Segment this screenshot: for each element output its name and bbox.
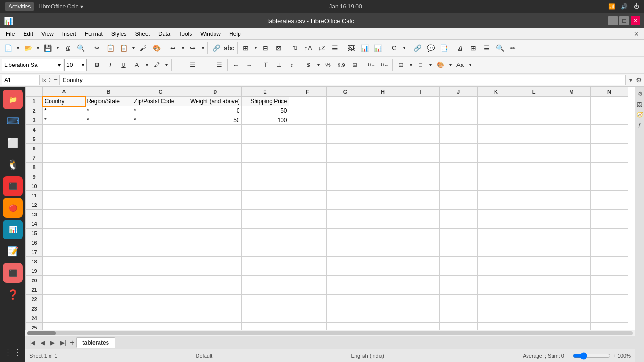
- sidebar-settings-icon[interactable]: ⚙: [636, 76, 642, 84]
- cell-F1[interactable]: [289, 97, 326, 106]
- row-header-4[interactable]: 4: [26, 125, 43, 134]
- cell-K10[interactable]: [477, 181, 515, 191]
- sort-button[interactable]: ⇅: [289, 42, 301, 54]
- cell-M9[interactable]: [553, 172, 590, 181]
- col-header-L[interactable]: L: [515, 87, 553, 97]
- cell-D2[interactable]: 0: [189, 106, 242, 115]
- cell-K4[interactable]: [477, 125, 515, 134]
- cell-N18[interactable]: [590, 257, 628, 266]
- cell-N24[interactable]: [590, 313, 628, 323]
- italic-button[interactable]: I: [104, 59, 116, 71]
- formula-expand-button[interactable]: ▾: [629, 77, 632, 83]
- cell-C19[interactable]: [132, 266, 189, 276]
- col-header-K[interactable]: K: [477, 87, 515, 97]
- cell-L1[interactable]: [515, 97, 553, 106]
- cell-E20[interactable]: [241, 276, 289, 285]
- sort-asc-button[interactable]: ↑A: [302, 42, 314, 54]
- cell-F5[interactable]: [289, 134, 326, 144]
- cell-J19[interactable]: [439, 266, 477, 276]
- cell-K12[interactable]: [477, 200, 515, 210]
- cell-G4[interactable]: [326, 125, 364, 134]
- cell-L5[interactable]: [515, 134, 553, 144]
- cell-I10[interactable]: [402, 181, 439, 191]
- cell-reference-input[interactable]: [2, 75, 40, 85]
- cell-F17[interactable]: [289, 247, 326, 257]
- cell-M2[interactable]: [553, 106, 590, 115]
- cell-C16[interactable]: [132, 238, 189, 247]
- cell-K8[interactable]: [477, 163, 515, 172]
- cell-B3[interactable]: *: [85, 115, 132, 125]
- cell-N19[interactable]: [590, 266, 628, 276]
- scrollbar-horizontal[interactable]: [25, 330, 635, 336]
- save-button[interactable]: 💾: [41, 42, 54, 54]
- dock-text-icon[interactable]: 📝: [3, 241, 23, 261]
- col-break-button[interactable]: ⊞: [467, 42, 479, 54]
- cell-L14[interactable]: [515, 219, 553, 229]
- open-button[interactable]: 📂: [22, 42, 34, 54]
- cell-K16[interactable]: [477, 238, 515, 247]
- cell-G20[interactable]: [326, 276, 364, 285]
- cell-F19[interactable]: [289, 266, 326, 276]
- sheet-first-button[interactable]: |◀: [27, 338, 37, 347]
- row-header-17[interactable]: 17: [26, 247, 43, 257]
- open-dropdown[interactable]: ▾: [35, 42, 41, 54]
- cell-A19[interactable]: [43, 266, 85, 276]
- cell-B23[interactable]: [85, 304, 132, 313]
- cell-A25[interactable]: [43, 323, 85, 330]
- cell-L18[interactable]: [515, 257, 553, 266]
- row-header-6[interactable]: 6: [26, 144, 43, 153]
- menu-sheet[interactable]: Sheet: [132, 30, 154, 38]
- cell-H12[interactable]: [364, 200, 402, 210]
- cell-B20[interactable]: [85, 276, 132, 285]
- cell-A10[interactable]: [43, 181, 85, 191]
- cell-K19[interactable]: [477, 266, 515, 276]
- cell-G12[interactable]: [326, 200, 364, 210]
- cell-G2[interactable]: [326, 106, 364, 115]
- align-right-button[interactable]: ≡: [200, 59, 212, 71]
- cell-I17[interactable]: [402, 247, 439, 257]
- spellcheck-button[interactable]: abc: [223, 42, 235, 54]
- cell-K21[interactable]: [477, 285, 515, 295]
- row-header-23[interactable]: 23: [26, 304, 43, 313]
- cell-D18[interactable]: [189, 257, 242, 266]
- sheet-tab-tablerates[interactable]: tablerates: [76, 337, 116, 348]
- cell-J6[interactable]: [439, 144, 477, 153]
- cell-E17[interactable]: [241, 247, 289, 257]
- cell-G18[interactable]: [326, 257, 364, 266]
- cell-E25[interactable]: [241, 323, 289, 330]
- cell-B6[interactable]: [85, 144, 132, 153]
- cell-H4[interactable]: [364, 125, 402, 134]
- cell-C20[interactable]: [132, 276, 189, 285]
- cell-D4[interactable]: [189, 125, 242, 134]
- cell-H20[interactable]: [364, 276, 402, 285]
- cell-B15[interactable]: [85, 229, 132, 238]
- cell-J22[interactable]: [439, 295, 477, 304]
- cell-E23[interactable]: [241, 304, 289, 313]
- valign-mid-button[interactable]: ⊥: [272, 59, 285, 71]
- cell-G16[interactable]: [326, 238, 364, 247]
- print2-button[interactable]: 🖨: [454, 42, 466, 54]
- font-size-selector[interactable]: 10 ▾: [64, 59, 87, 71]
- cell-I5[interactable]: [402, 134, 439, 144]
- cell-D11[interactable]: [189, 191, 242, 200]
- font-color-button[interactable]: A: [131, 59, 143, 71]
- hyperlink-button[interactable]: 🔗: [210, 42, 222, 54]
- paste-dropdown[interactable]: ▾: [131, 42, 136, 54]
- cell-C14[interactable]: [132, 219, 189, 229]
- cell-E10[interactable]: [241, 181, 289, 191]
- autofilter-button[interactable]: ☰: [329, 42, 341, 54]
- decimal-button[interactable]: 9.9: [335, 59, 347, 71]
- cell-A1[interactable]: Country: [43, 97, 85, 106]
- cell-L3[interactable]: [515, 115, 553, 125]
- cell-N16[interactable]: [590, 238, 628, 247]
- cell-K25[interactable]: [477, 323, 515, 330]
- cell-N13[interactable]: [590, 210, 628, 219]
- cell-B17[interactable]: [85, 247, 132, 257]
- cell-K20[interactable]: [477, 276, 515, 285]
- new-button[interactable]: 📄: [2, 42, 14, 54]
- cell-D25[interactable]: [189, 323, 242, 330]
- cell-N2[interactable]: [590, 106, 628, 115]
- cell-M24[interactable]: [553, 313, 590, 323]
- cell-bg-dropdown[interactable]: ▾: [447, 59, 453, 71]
- cell-C12[interactable]: [132, 200, 189, 210]
